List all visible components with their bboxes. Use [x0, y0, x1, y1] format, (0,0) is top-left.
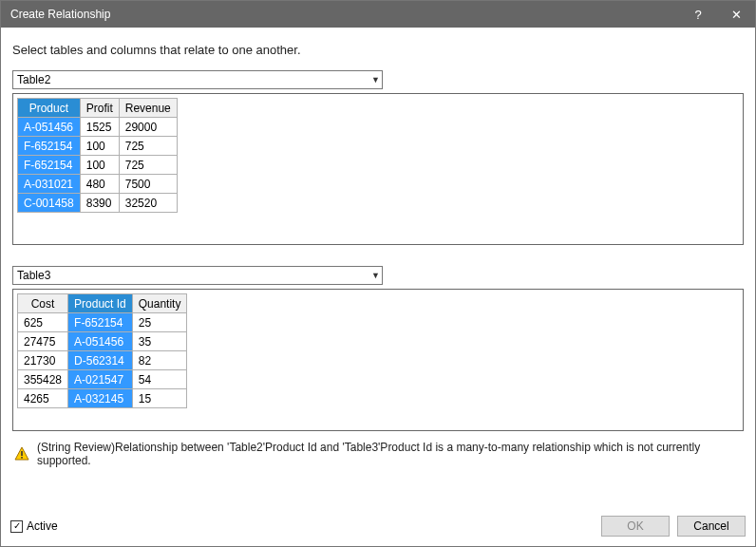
column-header[interactable]: Product Id — [68, 294, 133, 313]
column-header[interactable]: Revenue — [119, 99, 177, 118]
close-button[interactable]: ✕ — [717, 1, 755, 28]
help-button[interactable]: ? — [679, 1, 717, 28]
titlebar: Create Relationship ? ✕ — [1, 1, 755, 28]
table-cell[interactable]: 100 — [80, 156, 119, 175]
table-cell[interactable]: A-051456 — [68, 332, 133, 351]
table-cell[interactable]: 27475 — [18, 332, 68, 351]
table-cell[interactable]: F-652154 — [18, 156, 81, 175]
table-cell[interactable]: A-032145 — [68, 389, 133, 408]
dialog-content: Select tables and columns that relate to… — [1, 28, 755, 510]
table2-grid[interactable]: CostProduct IdQuantity625F-6521542527475… — [17, 293, 187, 408]
table-cell[interactable]: 21730 — [18, 351, 68, 370]
checkbox-box: ✓ — [10, 520, 23, 533]
table-row[interactable]: 27475A-05145635 — [18, 332, 187, 351]
column-header[interactable]: Product — [18, 99, 81, 118]
table-cell[interactable]: A-021547 — [68, 370, 133, 389]
instruction-text: Select tables and columns that relate to… — [12, 43, 744, 57]
table-cell[interactable]: 625 — [18, 313, 68, 332]
table-cell[interactable]: 29000 — [119, 118, 177, 137]
chevron-down-icon: ▼ — [371, 271, 380, 280]
table-row[interactable]: A-051456152529000 — [18, 118, 178, 137]
table-cell[interactable]: 725 — [119, 156, 177, 175]
table-row[interactable]: 625F-65215425 — [18, 313, 187, 332]
table-row[interactable]: 21730D-56231482 — [18, 351, 187, 370]
table-cell[interactable]: D-562314 — [68, 351, 133, 370]
column-header[interactable]: Cost — [18, 294, 68, 313]
table-cell[interactable]: 32520 — [119, 194, 177, 213]
column-header[interactable]: Profit — [80, 99, 119, 118]
table1-select-value: Table2 — [17, 73, 50, 86]
table2-preview: CostProduct IdQuantity625F-6521542527475… — [12, 289, 744, 431]
table-row[interactable]: F-652154100725 — [18, 137, 178, 156]
table1-grid[interactable]: ProductProfitRevenueA-051456152529000F-6… — [17, 98, 178, 213]
table2-select-value: Table3 — [17, 269, 50, 282]
warning-icon — [14, 446, 29, 462]
active-checkbox[interactable]: ✓ Active — [10, 519, 58, 533]
table-cell[interactable]: F-652154 — [18, 137, 81, 156]
svg-rect-1 — [21, 451, 23, 456]
column-header[interactable]: Quantity — [132, 294, 187, 313]
table-row[interactable]: C-001458839032520 — [18, 194, 178, 213]
table-cell[interactable]: 480 — [80, 175, 119, 194]
table-cell[interactable]: F-652154 — [68, 313, 133, 332]
table-cell[interactable]: 100 — [80, 137, 119, 156]
table-cell[interactable]: 4265 — [18, 389, 68, 408]
dialog-footer: ✓ Active OK Cancel — [1, 510, 755, 546]
table-cell[interactable]: A-031021 — [18, 175, 81, 194]
ok-button[interactable]: OK — [601, 516, 670, 537]
table-row[interactable]: A-0310214807500 — [18, 175, 178, 194]
table1-preview: ProductProfitRevenueA-051456152529000F-6… — [12, 93, 744, 245]
svg-rect-2 — [21, 457, 23, 459]
active-label: Active — [27, 519, 58, 533]
table-cell[interactable]: 8390 — [80, 194, 119, 213]
table2-select[interactable]: Table3 ▼ — [12, 266, 383, 285]
table-cell[interactable]: 355428 — [18, 370, 68, 389]
warning-text: (String Review)Relationship between 'Tab… — [37, 441, 742, 467]
table-cell[interactable]: 725 — [119, 137, 177, 156]
cancel-button[interactable]: Cancel — [677, 516, 746, 537]
table-cell[interactable]: 35 — [132, 332, 187, 351]
table-cell[interactable]: A-051456 — [18, 118, 81, 137]
table-cell[interactable]: 25 — [132, 313, 187, 332]
table-row[interactable]: 355428A-02154754 — [18, 370, 187, 389]
table-cell[interactable]: 54 — [132, 370, 187, 389]
warning-row: (String Review)Relationship between 'Tab… — [12, 437, 744, 477]
table-cell[interactable]: 1525 — [80, 118, 119, 137]
dialog-title: Create Relationship — [10, 8, 679, 21]
table-row[interactable]: F-652154100725 — [18, 156, 178, 175]
close-icon: ✕ — [731, 8, 742, 22]
table-cell[interactable]: 15 — [132, 389, 187, 408]
table1-select[interactable]: Table2 ▼ — [12, 70, 383, 89]
table-row[interactable]: 4265A-03214515 — [18, 389, 187, 408]
table-cell[interactable]: 82 — [132, 351, 187, 370]
chevron-down-icon: ▼ — [371, 75, 380, 85]
table-cell[interactable]: 7500 — [119, 175, 177, 194]
table-cell[interactable]: C-001458 — [18, 194, 81, 213]
